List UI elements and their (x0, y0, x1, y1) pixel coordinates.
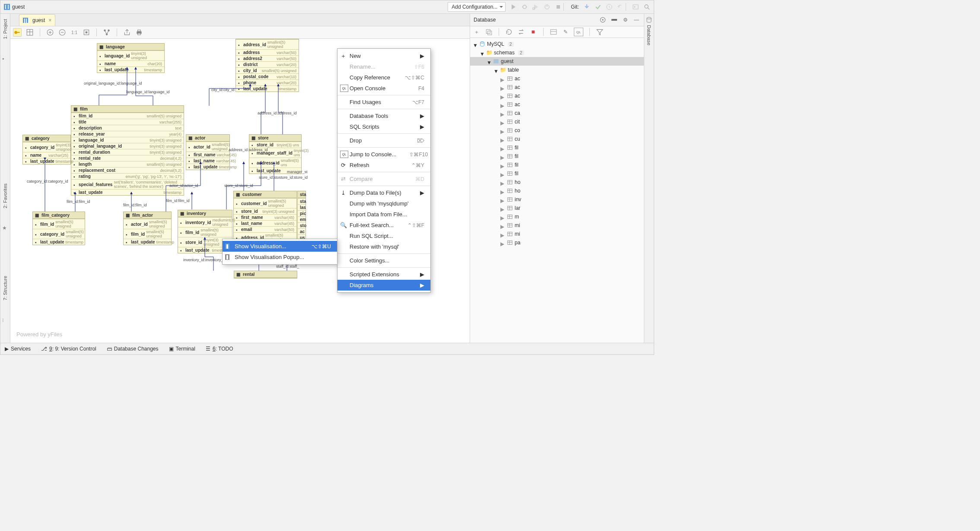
menu-sqlscripts[interactable]: SQL Scripts▶ (337, 121, 430, 132)
menu-dumpmysql[interactable]: Dump with 'mysqldump' (337, 198, 430, 209)
menu-refresh[interactable]: ⟳Refresh⌃⌘Y (337, 160, 430, 171)
zoom-actual-icon[interactable]: 1:1 (70, 28, 78, 36)
search-icon[interactable] (643, 3, 650, 10)
menu-restore[interactable]: Restore with 'mysql' (337, 241, 430, 252)
tree-node-table[interactable]: ▶ho (470, 186, 644, 195)
tree-node-table[interactable]: ▶cu (470, 135, 644, 143)
editor-tab[interactable]: guest × (19, 14, 55, 26)
table-language[interactable]: ▦language ▪language_idtinyint(3) unsigne… (97, 43, 165, 73)
zoom-in-icon[interactable] (46, 28, 54, 36)
new-datasource-icon[interactable]: ＋ (473, 28, 480, 36)
bottom-vc[interactable]: ⎇9: 9: Version Control (41, 346, 96, 352)
submenu-show-visualisation[interactable]: Show Visualisation...⌥⇧⌘U (223, 241, 337, 252)
menu-findusages[interactable]: Find Usages⌥F7 (337, 97, 430, 107)
git-history-icon[interactable] (606, 3, 613, 10)
git-pull-icon[interactable] (583, 3, 590, 10)
table-actor[interactable]: ▦actor ▪actor_idsmallint(5) unsigned ▪fi… (186, 134, 230, 170)
database-strip-icon[interactable] (646, 16, 652, 23)
debug-icon[interactable] (521, 3, 528, 10)
tree-node-table[interactable]: ▶cit (470, 117, 644, 126)
sync-icon[interactable] (517, 28, 525, 36)
table-view-icon[interactable] (550, 28, 557, 36)
table-rental[interactable]: ▦rental (234, 271, 297, 278)
tree-node-table[interactable]: ▶inv (470, 195, 644, 204)
tree-node-table[interactable]: ▶pa (470, 238, 644, 247)
hide-icon[interactable]: — (633, 16, 640, 24)
gear-icon[interactable]: ⚙ (621, 16, 629, 24)
tree-node-table[interactable]: ▶fil (470, 169, 644, 178)
run-anything-icon[interactable] (632, 3, 639, 10)
fit-content-icon[interactable] (83, 28, 90, 36)
git-revert-icon[interactable] (617, 3, 624, 10)
edit-icon[interactable]: ✎ (562, 28, 570, 36)
menu-jump[interactable]: QLJump to Console...⇧⌘F10 (337, 149, 430, 160)
stop-icon[interactable] (555, 3, 562, 10)
filter-icon[interactable] (596, 28, 604, 36)
tree-node-table[interactable]: ▶ac (470, 74, 644, 83)
menu-openconsole[interactable]: QLOpen ConsoleF4 (337, 83, 430, 94)
tree-node-table[interactable]: ▶mi (470, 221, 644, 230)
bottom-dbchanges[interactable]: 🗃Database Changes (107, 346, 159, 352)
sidebar-tab-favorites[interactable]: 2: Favorites (3, 182, 8, 210)
tree-node-table[interactable]: ▶ac (470, 83, 644, 92)
table-film-actor[interactable]: ▦film_actor ▪actor_idsmallint(5) unsigne… (123, 212, 172, 245)
tree-node-table[interactable]: ▶co (470, 126, 644, 135)
console-icon[interactable]: QL (574, 28, 583, 36)
database-tree[interactable]: ▼ MySQL2 ▼📁 schemas2 ▼ guest ▼📁 table ▶a… (470, 38, 644, 343)
export-icon[interactable] (123, 28, 131, 36)
run-config-combo[interactable]: Add Configuration... (448, 2, 506, 12)
tree-node-table[interactable]: ▶fil (470, 161, 644, 169)
profiler-icon[interactable] (544, 3, 550, 10)
submenu-show-visualisation-popup[interactable]: Show Visualisation Popup... (223, 252, 337, 262)
tree-node-table[interactable]: ▶ca (470, 109, 644, 117)
toolbar-table-icon[interactable] (26, 28, 34, 36)
menu-dbtools[interactable]: Database Tools▶ (337, 111, 430, 121)
tree-node-table[interactable]: ▶mi (470, 230, 644, 238)
sidebar-tab-project[interactable]: 1: Project (3, 17, 8, 41)
menu-dumpfile[interactable]: ⤓Dump Data to File(s)▶ (337, 187, 430, 198)
bottom-todo[interactable]: ☰6: TODO (206, 346, 233, 352)
close-tab-icon[interactable]: × (48, 17, 51, 23)
tree-node-table[interactable]: ▶lar (470, 204, 644, 212)
menu-drop[interactable]: Drop⌦ (337, 135, 430, 146)
bottom-terminal[interactable]: ▣Terminal (169, 346, 195, 352)
table-film-category[interactable]: ▦film_category ▪film_idsmallint(5) unsig… (32, 212, 85, 245)
duplicate-icon[interactable] (485, 28, 493, 36)
tree-node-tables[interactable]: ▼📁 table (470, 66, 644, 74)
tree-node-table[interactable]: ▶fil (470, 143, 644, 152)
run-icon[interactable] (510, 3, 517, 10)
table-category[interactable]: ▦category ▪category_idtinyint(3) unsigne… (22, 135, 71, 164)
print-icon[interactable] (135, 28, 143, 36)
menu-runsql[interactable]: Run SQL Script... (337, 231, 430, 241)
collapse-icon[interactable]: ➖ (610, 16, 618, 24)
tree-node-table[interactable]: ▶ac (470, 92, 644, 100)
tree-node-table[interactable]: ▶ac (470, 100, 644, 109)
sidebar-tab-structure[interactable]: 7: Structure (3, 274, 8, 302)
tree-node-datasource[interactable]: ▼ MySQL2 (470, 40, 644, 48)
refresh-icon[interactable] (505, 28, 513, 36)
table-address[interactable]: ▪address_idsmallint(5) unsigned ▪address… (235, 39, 299, 92)
target-icon[interactable] (599, 16, 607, 24)
menu-fts[interactable]: 🔍Full-text Search...⌃⇧⌘F (337, 220, 430, 231)
menu-copyref[interactable]: Copy Reference⌥⇧⌘C (337, 72, 430, 83)
tree-node-schemas[interactable]: ▼📁 schemas2 (470, 48, 644, 57)
layout-icon[interactable] (103, 28, 111, 36)
tree-node-table[interactable]: ▶fil (470, 152, 644, 161)
tree-node-guest[interactable]: ▼ guest (470, 57, 644, 66)
table-store[interactable]: ▦store ▪store_idtinyint(3) uns ▪manager_… (249, 134, 302, 174)
zoom-out-icon[interactable] (58, 28, 66, 36)
coverage-icon[interactable] (532, 3, 539, 10)
right-tab-database[interactable]: Database (646, 23, 652, 47)
git-commit-icon[interactable] (595, 3, 601, 10)
toolbar-key-icon[interactable] (13, 28, 22, 37)
menu-diagrams[interactable]: Diagrams▶ (337, 280, 430, 291)
menu-new[interactable]: ＋New▶ (337, 51, 430, 61)
menu-import[interactable]: Import Data from File... (337, 209, 430, 220)
menu-scripted[interactable]: Scripted Extensions▶ (337, 269, 430, 280)
table-film[interactable]: ▦film ▪film_idsmallint(5) unsigned ▪titl… (71, 105, 184, 196)
menu-color[interactable]: Color Settings... (337, 255, 430, 266)
tree-node-table[interactable]: ▶ho (470, 178, 644, 186)
tree-node-table[interactable]: ▶m (470, 212, 644, 221)
bottom-services[interactable]: ▶Services (5, 346, 31, 352)
stop-sync-icon[interactable] (529, 28, 537, 36)
